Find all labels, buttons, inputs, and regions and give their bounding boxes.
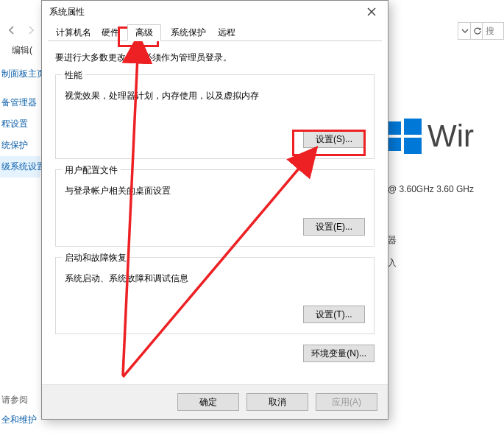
info-line-2: 入 [388, 257, 504, 269]
ok-button[interactable]: 确定 [177, 393, 239, 411]
startup-recovery-desc: 系统启动、系统故障和调试信息 [65, 272, 365, 285]
performance-group: 性能 视觉效果，处理器计划，内存使用，以及虚拟内存 设置(S)... [55, 74, 375, 159]
startup-recovery-group: 启动和故障恢复 系统启动、系统故障和调试信息 设置(T)... [55, 257, 375, 334]
system-properties-dialog: 系统属性 计算机名 硬件 高级 系统保护 远程 要进行大多数更改，你必须作为管理… [41, 0, 388, 420]
security-maintenance-link[interactable]: 全和维护 [1, 414, 37, 426]
info-line-1: 器 [388, 234, 504, 247]
environment-variables-button[interactable]: 环境变量(N)... [303, 345, 375, 362]
toolbar-edit-menu[interactable]: 编辑( [12, 44, 32, 57]
tab-advanced[interactable]: 高级 [127, 24, 161, 41]
windows-brand-text: Wir [427, 119, 474, 154]
apply-button: 应用(A) [316, 393, 377, 411]
dialog-title: 系统属性 [49, 6, 355, 18]
performance-settings-button[interactable]: 设置(S)... [303, 130, 365, 148]
cpu-info: @ 3.60GHz 3.60 GHz [388, 184, 504, 194]
close-icon [367, 7, 376, 16]
windows-logo: Wir [386, 110, 504, 162]
cancel-button[interactable]: 取消 [246, 393, 308, 411]
user-profiles-group: 用户配置文件 与登录帐户相关的桌面设置 设置(E)... [55, 169, 375, 247]
see-also-label: 请参阅 [1, 394, 37, 406]
startup-recovery-settings-button[interactable]: 设置(T)... [303, 306, 365, 323]
sidebar-item-advanced-system-settings[interactable]: 级系统设置 [0, 156, 40, 177]
tab-computer-name[interactable]: 计算机名 [48, 24, 99, 40]
startup-recovery-group-title: 启动和故障恢复 [62, 252, 129, 264]
close-button[interactable] [355, 1, 388, 23]
search-input[interactable]: 搜 [482, 22, 504, 40]
user-profiles-settings-button[interactable]: 设置(E)... [303, 218, 365, 236]
nav-back-icon[interactable] [4, 23, 19, 38]
performance-desc: 视觉效果，处理器计划，内存使用，以及虚拟内存 [65, 90, 365, 102]
admin-required-text: 要进行大多数更改，你必须作为管理员登录。 [55, 52, 375, 64]
sidebar-item-remote-settings[interactable]: 程设置 [0, 113, 40, 135]
svg-rect-1 [404, 119, 422, 135]
user-profiles-desc: 与登录帐户相关的桌面设置 [65, 185, 365, 197]
sidebar-item-device-manager[interactable]: 备管理器 [0, 92, 40, 113]
svg-rect-3 [404, 138, 422, 154]
svg-rect-2 [386, 138, 401, 151]
sidebar-item-control-panel-home[interactable]: 制面板主页 [0, 63, 40, 85]
user-profiles-group-title: 用户配置文件 [62, 164, 121, 177]
performance-group-title: 性能 [62, 69, 85, 82]
tab-remote[interactable]: 远程 [210, 24, 244, 40]
tabstrip: 计算机名 硬件 高级 系统保护 远程 [48, 23, 382, 41]
nav-forward-icon [24, 23, 38, 38]
svg-rect-0 [386, 121, 401, 135]
tab-system-protection[interactable]: 系统保护 [163, 24, 214, 40]
tab-hardware[interactable]: 硬件 [93, 24, 127, 40]
sidebar-item-system-protection[interactable]: 统保护 [0, 135, 40, 156]
